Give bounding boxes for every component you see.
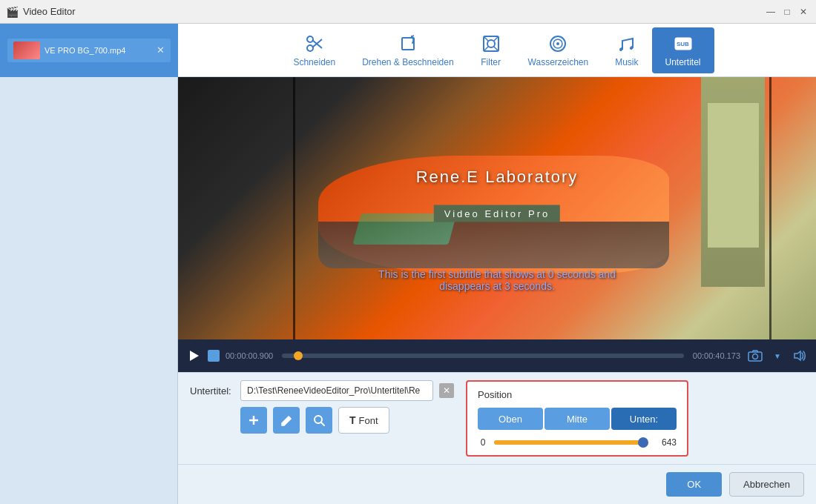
toolbar-left: VE PRO BG_700.mp4 ✕: [0, 24, 178, 77]
close-button[interactable]: ✕: [797, 5, 810, 19]
right-section: Rene.E Laboratory Video Editor Pro This …: [178, 77, 816, 504]
toolbar-label-drehen: Drehen & Beschneiden: [362, 57, 453, 67]
title-bar: 🎬 Video Editor — □ ✕: [0, 0, 816, 24]
ok-button[interactable]: OK: [666, 472, 722, 497]
subtitle-panel: Untertitel: ✕: [178, 372, 816, 464]
wasserzeichen-icon: [547, 33, 568, 54]
subtitle-add-button[interactable]: [240, 407, 267, 434]
font-button-label: Font: [359, 415, 378, 426]
toolbar-label-schneiden: Schneiden: [293, 57, 335, 67]
svg-point-0: [307, 36, 313, 42]
filter-icon: [481, 33, 501, 54]
toolbar-item-drehen[interactable]: Drehen & Beschneiden: [349, 27, 467, 73]
edit-icon: [280, 414, 293, 427]
font-icon: T: [349, 414, 356, 426]
maximize-button[interactable]: □: [780, 5, 794, 19]
time-start: 00:00:00.900: [226, 351, 273, 360]
minimize-button[interactable]: —: [764, 5, 777, 19]
toolbar-item-musik[interactable]: Musik: [602, 27, 651, 73]
toolbar-item-filter[interactable]: Filter: [467, 27, 515, 73]
scene-divider-right: [769, 77, 771, 339]
camera-icon[interactable]: [746, 347, 764, 365]
svg-point-13: [556, 42, 559, 45]
stop-button[interactable]: [208, 350, 220, 362]
file-thumbnail: [13, 42, 40, 59]
subtitle-edit-button[interactable]: [273, 407, 300, 434]
toolbar-label-untertitel: Untertitel: [665, 57, 701, 67]
toolbar-label-filter: Filter: [481, 57, 501, 67]
subtitle-row: Untertitel: ✕: [190, 380, 454, 401]
video-preview: Rene.E Laboratory Video Editor Pro This …: [178, 77, 816, 339]
volume-icon[interactable]: [791, 347, 809, 365]
video-overlay-title: Rene.E Laboratory: [416, 168, 579, 187]
position-btn-mitte[interactable]: Mitte: [544, 408, 610, 430]
screenshot-icon: [748, 350, 763, 362]
slider-row: 0 643: [478, 437, 677, 448]
svg-point-18: [753, 354, 758, 359]
svg-line-22: [321, 422, 324, 425]
video-overlay-bottom-text: This is the first subtitle that shows at…: [378, 268, 616, 292]
slider-max-label: 643: [654, 437, 677, 448]
left-panel: [0, 77, 178, 504]
position-btn-oben[interactable]: Oben: [478, 408, 543, 430]
search-icon: [312, 414, 326, 427]
svg-rect-4: [402, 38, 414, 50]
app-title: Video Editor: [23, 6, 76, 17]
subtitle-left: Untertitel: ✕: [190, 380, 454, 434]
playback-bar: 00:00:00.900 00:00:40.173 ▼: [178, 339, 816, 372]
scene-divider-left: [293, 77, 295, 339]
playback-icons-right: ▼: [746, 347, 809, 365]
timeline-slider[interactable]: [282, 354, 684, 358]
position-panel: Position Oben Mitte Unten: 0 643: [466, 380, 688, 457]
svg-point-1: [307, 45, 313, 51]
toolbar-item-schneiden[interactable]: Schneiden: [280, 27, 349, 73]
schneiden-icon: [304, 33, 325, 54]
play-icon: [187, 349, 200, 362]
drehen-icon: [398, 33, 418, 54]
subtitle-search-button[interactable]: [306, 407, 332, 434]
timeline-thumb[interactable]: [294, 351, 303, 360]
slider-min-label: 0: [478, 437, 488, 448]
toolbar: VE PRO BG_700.mp4 ✕ Schneiden Drehen & B…: [0, 24, 816, 77]
toolbar-item-untertitel[interactable]: SUB Untertitel: [652, 27, 714, 73]
time-end: 00:00:40.173: [693, 351, 740, 360]
title-bar-controls: — □ ✕: [764, 5, 810, 19]
toolbar-items: Schneiden Drehen & Beschneiden Filter: [178, 27, 816, 73]
video-overlay-subtitle: Video Editor Pro: [434, 205, 560, 222]
svg-marker-16: [190, 351, 199, 361]
play-button[interactable]: [185, 348, 202, 364]
svg-text:SUB: SUB: [677, 41, 689, 47]
toolbar-item-wasserzeichen[interactable]: Wasserzeichen: [515, 27, 602, 73]
cancel-button[interactable]: Abbrechen: [729, 472, 804, 497]
position-title: Position: [478, 389, 677, 400]
position-buttons: Oben Mitte Unten:: [478, 408, 677, 430]
bottom-bar: OK Abbrechen: [178, 464, 816, 504]
svg-point-6: [487, 40, 495, 47]
file-tab-close[interactable]: ✕: [157, 44, 165, 56]
file-tab-name: VE PRO BG_700.mp4: [45, 46, 152, 55]
main-content: Rene.E Laboratory Video Editor Pro This …: [0, 77, 816, 504]
title-bar-left: 🎬 Video Editor: [6, 6, 76, 18]
range-thumb[interactable]: [638, 437, 648, 448]
add-icon: [247, 414, 260, 427]
chevron-down-icon[interactable]: ▼: [769, 347, 786, 365]
volume-svg-icon: [792, 350, 807, 362]
toolbar-label-musik: Musik: [615, 57, 638, 67]
font-button[interactable]: T Font: [338, 407, 389, 434]
subtitle-action-btns: T Font: [240, 407, 454, 434]
position-slider[interactable]: [494, 440, 648, 445]
file-tab[interactable]: VE PRO BG_700.mp4 ✕: [7, 39, 171, 62]
car-scene: Rene.E Laboratory Video Editor Pro This …: [178, 77, 816, 339]
toolbar-label-wasserzeichen: Wasserzeichen: [528, 57, 589, 67]
subtitle-clear-button[interactable]: ✕: [439, 383, 454, 398]
subtitle-label: Untertitel:: [190, 385, 234, 397]
position-btn-unten[interactable]: Unten:: [611, 408, 677, 430]
untertitel-icon: SUB: [673, 33, 694, 54]
subtitle-input[interactable]: [240, 380, 433, 401]
musik-icon: [616, 33, 637, 54]
range-fill: [494, 440, 642, 445]
